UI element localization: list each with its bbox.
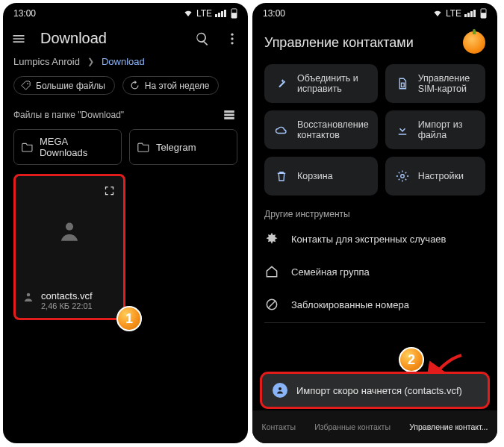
status-time: 13:00 xyxy=(263,8,285,19)
person-icon xyxy=(55,217,84,246)
folder-row: MEGA Downloads Telegram xyxy=(3,129,248,174)
status-bar: 13:00 LTE xyxy=(3,3,248,24)
svg-point-14 xyxy=(400,175,404,178)
tile-merge-fix[interactable]: Объединить и исправить xyxy=(264,64,378,103)
wifi-icon xyxy=(183,9,193,18)
account-avatar[interactable] xyxy=(463,31,485,54)
folder-telegram[interactable]: Telegram xyxy=(129,129,237,165)
toast-text: Импорт скоро начнется (contacts.vcf) xyxy=(296,385,462,396)
file-name: contacts.vcf xyxy=(41,290,93,301)
signal-icon xyxy=(464,10,476,17)
app-bar: Download xyxy=(3,24,248,51)
chevron-right-icon: ❯ xyxy=(87,57,94,66)
contact-icon xyxy=(273,383,287,398)
screen-title: Download xyxy=(40,30,181,47)
tile-restore[interactable]: Восстановление контактов xyxy=(264,110,378,149)
svg-point-2 xyxy=(231,33,233,35)
chip-this-week[interactable]: На этой неделе xyxy=(122,76,220,95)
status-bar: 13:00 LTE xyxy=(252,3,497,24)
tile-import[interactable]: Импорт из файла xyxy=(385,110,485,149)
tile-sim[interactable]: Управление SIM-картой xyxy=(385,64,485,103)
breadcrumb: Lumpics Anroid ❯ Download xyxy=(3,51,248,75)
download-icon xyxy=(394,122,411,138)
status-right: LTE xyxy=(183,8,237,19)
svg-rect-8 xyxy=(224,117,234,119)
phone-right: 13:00 LTE Управление контактами Объедини… xyxy=(252,3,497,443)
block-icon xyxy=(264,297,279,312)
view-list-icon[interactable] xyxy=(221,107,237,123)
folder-icon xyxy=(22,142,34,152)
expand-icon[interactable] xyxy=(101,182,117,199)
person-small-icon xyxy=(22,290,35,304)
breadcrumb-root[interactable]: Lumpics Anroid xyxy=(13,56,80,67)
annotation-badge-1: 1 xyxy=(116,306,142,331)
search-icon[interactable] xyxy=(194,31,211,47)
svg-rect-12 xyxy=(481,13,486,18)
battery-icon xyxy=(231,8,237,19)
tab-favorites[interactable]: Избранные контакты xyxy=(314,422,391,431)
battery-icon xyxy=(480,8,487,19)
svg-rect-7 xyxy=(224,114,234,116)
folder-mega[interactable]: MEGA Downloads xyxy=(13,129,122,165)
divider xyxy=(264,322,485,323)
file-meta: contacts.vcf 2,46 КБ 22:01 xyxy=(16,286,123,318)
svg-point-3 xyxy=(231,37,233,40)
status-time: 13:00 xyxy=(13,8,36,19)
folder-icon xyxy=(137,142,150,152)
file-info: 2,46 КБ 22:01 xyxy=(41,301,93,310)
breadcrumb-leaf[interactable]: Download xyxy=(102,56,145,67)
svg-rect-13 xyxy=(401,83,404,87)
annotation-badge-2: 2 xyxy=(399,347,424,372)
bottom-tabs: Контакты Избранные контакты Управление к… xyxy=(252,410,497,443)
emergency-icon xyxy=(264,231,279,246)
cloud-icon xyxy=(273,122,290,138)
chip-big-files[interactable]: Большие файлы xyxy=(13,76,115,95)
section-label: Файлы в папке "Download" xyxy=(13,110,124,120)
item-blocked[interactable]: Заблокированные номера xyxy=(252,288,497,321)
wand-icon xyxy=(273,75,290,92)
item-family[interactable]: Семейная группа xyxy=(252,255,497,288)
status-net: LTE xyxy=(196,8,212,19)
svg-point-5 xyxy=(27,83,28,84)
tile-trash[interactable]: Корзина xyxy=(264,157,378,196)
tag-icon xyxy=(20,80,31,91)
svg-point-10 xyxy=(27,293,31,297)
section-header: Файлы в папке "Download" xyxy=(3,105,248,129)
file-grid: contacts.vcf 2,46 КБ 22:01 xyxy=(3,174,248,320)
action-tiles: Объединить и исправить Управление SIM-ка… xyxy=(252,64,497,203)
tab-manage[interactable]: Управление контакт... xyxy=(409,422,488,431)
gear-icon xyxy=(394,168,411,184)
menu-icon[interactable] xyxy=(10,31,27,47)
wifi-icon xyxy=(432,9,443,18)
screen-header: Управление контактами xyxy=(252,24,497,64)
svg-point-9 xyxy=(66,222,73,230)
file-card-contacts[interactable]: contacts.vcf 2,46 КБ 22:01 xyxy=(13,174,125,320)
import-toast: Импорт скоро начнется (contacts.vcf) xyxy=(260,372,490,409)
phone-left: 13:00 LTE Download Lumpics Anroid ❯ Down… xyxy=(3,3,248,443)
svg-point-16 xyxy=(279,387,281,390)
status-right: LTE xyxy=(432,8,487,19)
svg-rect-1 xyxy=(231,13,237,18)
sim-icon xyxy=(394,75,411,92)
svg-rect-6 xyxy=(224,110,234,113)
screen-title: Управление контактами xyxy=(264,35,414,51)
other-tools-label: Другие инструменты xyxy=(252,203,497,222)
history-icon xyxy=(129,80,140,91)
tab-contacts[interactable]: Контакты xyxy=(262,422,296,431)
more-icon[interactable] xyxy=(224,31,240,47)
filter-chips: Большие файлы На этой неделе xyxy=(3,75,248,105)
signal-icon xyxy=(215,10,226,17)
svg-point-4 xyxy=(231,42,233,44)
tile-settings[interactable]: Настройки xyxy=(385,157,485,196)
item-emergency[interactable]: Контакты для экстренных случаев xyxy=(252,222,497,255)
trash-icon xyxy=(273,168,290,184)
file-preview xyxy=(16,176,123,286)
home-icon xyxy=(264,264,279,279)
